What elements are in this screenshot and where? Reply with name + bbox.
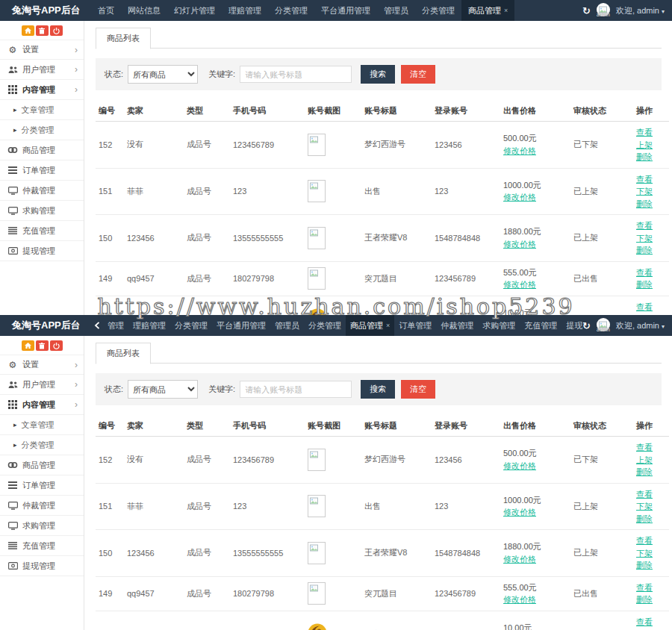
nav-tab[interactable]: 提现管理 [561,315,582,336]
delete-link[interactable]: 删除 [636,593,666,606]
view-link[interactable]: 查看 [636,488,666,501]
sidebar-item-1[interactable]: 用户管理› [0,60,84,80]
sidebar-item-10[interactable]: 提现管理 [0,556,84,576]
delete-link[interactable]: 删除 [636,466,666,478]
edit-price-link[interactable]: 修改价格 [503,191,567,204]
edit-price-link[interactable]: 修改价格 [503,593,567,606]
edit-price-link[interactable]: 修改价格 [503,553,567,566]
clear-button[interactable]: 清空 [401,65,435,84]
sidebar-item-3[interactable]: ▸文章管理 [0,415,84,435]
close-icon[interactable]: × [386,322,390,329]
nav-tab[interactable]: 理赔管理 [222,0,268,21]
clear-button[interactable]: 清空 [401,380,435,399]
sidebar-item-8[interactable]: 求购管理 [0,516,84,536]
user-menu[interactable]: 欢迎, admin▾ [616,320,665,331]
sidebar-item-6[interactable]: 订单管理 [0,475,84,496]
avatar[interactable]: admin [597,3,610,18]
view-link[interactable]: 查看 [636,441,666,454]
delete-link[interactable]: 删除 [636,513,666,525]
nav-scroll-left-icon[interactable] [91,315,103,336]
refresh-icon[interactable]: ↻ [582,321,591,331]
take-off-shelf-link[interactable]: 下架 [636,500,666,513]
delete-link[interactable]: 删除 [636,244,666,257]
close-icon[interactable]: × [504,7,508,14]
search-button[interactable]: 搜索 [361,65,395,84]
nav-tab[interactable]: 管理员 [270,315,304,336]
sidebar-item-8[interactable]: 求购管理 [0,201,84,221]
sidebar-item-0[interactable]: ⚙设置› [0,355,84,375]
nav-tab[interactable]: 求购管理 [478,315,520,336]
keyword-input[interactable] [240,381,352,398]
sidebar-item-3[interactable]: ▸文章管理 [0,100,84,120]
trash-button[interactable] [36,25,49,36]
nav-tab[interactable]: 平台通用管理 [314,0,377,21]
avatar[interactable]: admin [597,318,610,333]
search-button[interactable]: 搜索 [361,380,395,399]
view-link[interactable]: 查看 [636,173,666,186]
refresh-icon[interactable]: ↻ [582,6,591,16]
nav-tab[interactable]: 平台通用管理 [212,315,270,336]
nav-tab[interactable]: 仲裁管理 [436,315,478,336]
nav-tab[interactable]: 管理 [103,315,128,336]
sidebar-item-10[interactable]: 提现管理 [0,241,84,261]
power-button[interactable] [50,340,63,351]
view-link[interactable]: 查看 [636,266,666,279]
edit-price-link[interactable]: 修改价格 [503,238,567,251]
user-menu[interactable]: 欢迎, admin▾ [616,5,665,16]
trash-button[interactable] [36,340,49,351]
take-off-shelf-link[interactable]: 下架 [636,185,666,198]
keyword-input[interactable] [240,66,352,83]
sidebar-item-6[interactable]: 订单管理 [0,160,84,181]
sidebar-item-9[interactable]: 充值管理 [0,536,84,556]
put-on-shelf-link[interactable]: 上架 [636,454,666,467]
delete-link[interactable]: 删除 [636,278,666,291]
put-on-shelf-link[interactable]: 上架 [636,139,666,152]
delete-link[interactable]: 删除 [636,559,666,572]
edit-price-link[interactable]: 修改价格 [503,145,567,158]
nav-tab[interactable]: 管理员 [377,0,415,21]
view-link[interactable]: 查看 [636,534,666,547]
sidebar-item-2[interactable]: 内容管理› [0,80,84,100]
take-off-shelf-link[interactable]: 下架 [636,232,666,245]
nav-tab[interactable]: 分类管理 [415,0,461,21]
sidebar-item-4[interactable]: ▸分类管理 [0,435,84,455]
sidebar-item-0[interactable]: ⚙设置› [0,40,84,60]
nav-tab[interactable]: 分类管理 [268,0,314,21]
nav-tab[interactable]: 幻灯片管理 [167,0,222,21]
nav-tab[interactable]: 理赔管理 [128,315,170,336]
status-select[interactable]: 所有商品 [128,65,198,84]
home-button[interactable] [22,25,34,36]
edit-price-link[interactable]: 修改价格 [503,278,567,291]
tab-product-list[interactable]: 商品列表 [96,28,151,49]
take-off-shelf-link[interactable]: 下架 [636,547,666,560]
sidebar-item-4[interactable]: ▸分类管理 [0,120,84,140]
nav-tab-active[interactable]: 商品管理× [346,315,394,336]
sidebar-item-7[interactable]: 仲裁管理 [0,496,84,516]
delete-link[interactable]: 删除 [636,198,666,210]
nav-tab[interactable]: 首页 [91,0,121,21]
view-link[interactable]: 查看 [636,581,666,594]
tab-product-list[interactable]: 商品列表 [96,343,151,364]
sidebar-item-9[interactable]: 充值管理 [0,221,84,241]
sidebar-item-5[interactable]: 商品管理 [0,140,84,160]
sidebar-item-7[interactable]: 仲裁管理 [0,181,84,201]
home-button[interactable] [22,340,34,351]
view-link[interactable]: 查看 [636,126,666,139]
nav-tab[interactable]: 分类管理 [304,315,346,336]
delete-link[interactable]: 删除 [636,151,666,163]
sidebar-item-5[interactable]: 商品管理 [0,455,84,475]
power-button[interactable] [50,25,63,36]
status-select[interactable]: 所有商品 [128,380,198,399]
nav-tab[interactable]: 分类管理 [170,315,212,336]
nav-tab-active[interactable]: 商品管理× [461,0,514,21]
nav-tab[interactable]: 订单管理 [394,315,436,336]
view-link[interactable]: 查看 [636,219,666,232]
sidebar-item-1[interactable]: 用户管理› [0,375,84,395]
nav-tab[interactable]: 网站信息 [121,0,167,21]
nav-tab[interactable]: 充值管理 [520,315,561,336]
view-link[interactable]: 查看 [636,616,666,629]
view-link[interactable]: 查看 [636,301,666,314]
edit-price-link[interactable]: 修改价格 [503,506,567,519]
edit-price-link[interactable]: 修改价格 [503,460,567,472]
sidebar-item-2[interactable]: 内容管理› [0,395,84,415]
